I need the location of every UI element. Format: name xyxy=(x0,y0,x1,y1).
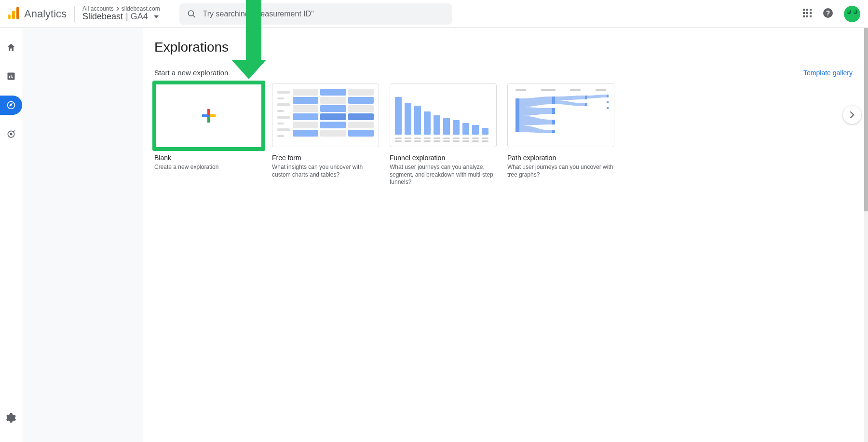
avatar[interactable] xyxy=(844,6,860,22)
template-card-blank[interactable]: Blank Create a new exploration xyxy=(154,83,261,171)
svg-rect-7 xyxy=(810,9,812,11)
template-desc: What user journeys can you analyze, segm… xyxy=(390,164,497,186)
template-thumb-path xyxy=(507,83,614,147)
svg-rect-26 xyxy=(552,120,555,124)
property-suffix: | GA4 xyxy=(126,12,148,22)
breadcrumb-root: All accounts xyxy=(82,6,114,12)
help-icon[interactable]: ? xyxy=(823,8,833,20)
template-thumb-free-form xyxy=(272,83,379,147)
svg-rect-8 xyxy=(803,12,805,14)
template-thumb-funnel xyxy=(390,83,497,147)
plus-icon xyxy=(202,109,216,123)
svg-rect-1 xyxy=(12,11,15,19)
explorations-panel: Explorations Start a new exploration Tem… xyxy=(143,28,864,442)
svg-rect-32 xyxy=(607,107,609,109)
template-card-free-form[interactable]: Free form What insights can you uncover … xyxy=(272,83,379,179)
property-switcher[interactable]: All accounts slidebeast.com Slidebeast |… xyxy=(82,6,160,22)
svg-rect-25 xyxy=(552,108,555,114)
svg-point-22 xyxy=(10,133,12,136)
svg-rect-24 xyxy=(552,97,555,104)
template-title: Blank xyxy=(154,154,261,162)
svg-rect-6 xyxy=(806,9,808,11)
apps-icon[interactable] xyxy=(802,8,812,20)
template-gallery-link[interactable]: Template gallery xyxy=(803,69,853,77)
main-area: Explorations Start a new exploration Tem… xyxy=(22,28,868,442)
svg-rect-18 xyxy=(11,75,12,79)
svg-rect-17 xyxy=(9,76,10,78)
nav-home[interactable] xyxy=(0,38,22,57)
scrollbar-thumb[interactable] xyxy=(864,28,868,211)
svg-rect-13 xyxy=(810,15,812,17)
search-input[interactable] xyxy=(203,10,444,18)
nav-reports[interactable] xyxy=(0,67,22,86)
template-title: Funnel exploration xyxy=(390,154,497,162)
template-thumb-blank xyxy=(152,81,265,151)
app-header: Analytics All accounts slidebeast.com Sl… xyxy=(0,0,868,28)
svg-rect-27 xyxy=(552,130,555,133)
template-card-funnel[interactable]: Funnel exploration What user journeys ca… xyxy=(390,83,497,186)
template-title: Free form xyxy=(272,154,379,162)
template-desc: What user journeys can you uncover with … xyxy=(507,164,614,179)
svg-rect-0 xyxy=(8,14,11,19)
svg-rect-19 xyxy=(12,77,13,78)
carousel-next-button[interactable] xyxy=(843,106,861,124)
svg-rect-30 xyxy=(607,95,609,97)
svg-rect-11 xyxy=(803,15,805,17)
chevron-right-icon xyxy=(116,7,120,11)
svg-text:?: ? xyxy=(826,9,830,17)
search-icon xyxy=(187,9,196,19)
template-desc: Create a new exploration xyxy=(154,164,261,171)
svg-point-3 xyxy=(188,10,193,15)
svg-rect-10 xyxy=(810,12,812,14)
app-logo-wrap[interactable]: Analytics xyxy=(8,6,75,22)
chevron-right-icon xyxy=(848,111,856,119)
left-nav-rail xyxy=(0,28,22,442)
template-card-path[interactable]: Path exploration What user journeys can … xyxy=(507,83,614,179)
search-bar[interactable] xyxy=(179,3,452,25)
svg-rect-23 xyxy=(515,98,519,132)
property-name: Slidebeast xyxy=(82,12,123,22)
template-desc: What insights can you uncover with custo… xyxy=(272,164,379,179)
page-title: Explorations xyxy=(154,40,853,55)
svg-rect-9 xyxy=(806,12,808,14)
scrollbar-track[interactable] xyxy=(864,28,868,442)
chevron-down-icon xyxy=(154,15,159,18)
section-label: Start a new exploration xyxy=(154,69,228,77)
analytics-logo-icon xyxy=(8,7,19,21)
header-actions: ? xyxy=(802,6,860,22)
svg-rect-5 xyxy=(803,9,805,11)
app-title: Analytics xyxy=(24,8,67,20)
template-title: Path exploration xyxy=(507,154,614,162)
svg-rect-28 xyxy=(585,96,587,99)
svg-line-4 xyxy=(193,15,195,17)
nav-explore[interactable] xyxy=(0,96,22,115)
svg-rect-31 xyxy=(607,101,609,103)
svg-rect-2 xyxy=(16,7,19,19)
template-cards-row: Blank Create a new exploration xyxy=(154,83,853,186)
nav-advertising[interactable] xyxy=(0,124,22,144)
svg-rect-12 xyxy=(806,15,808,17)
breadcrumb-leaf: slidebeast.com xyxy=(122,6,160,12)
nav-admin[interactable] xyxy=(0,408,22,428)
breadcrumb: All accounts slidebeast.com xyxy=(82,6,160,12)
svg-rect-29 xyxy=(585,103,587,106)
